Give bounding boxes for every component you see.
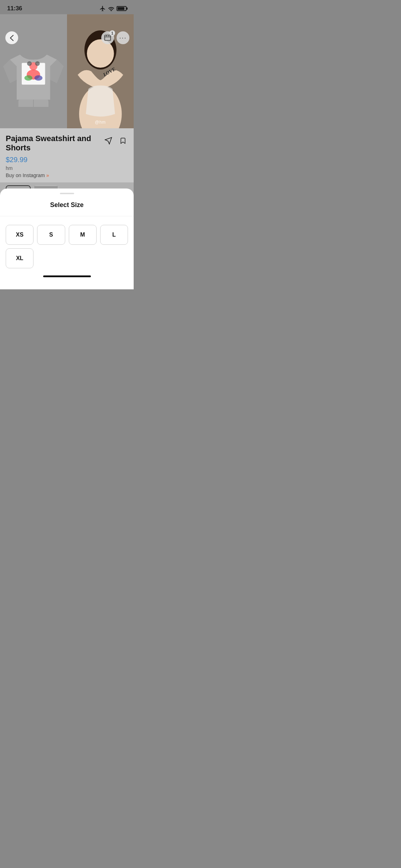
svg-point-4 (35, 61, 40, 66)
product-sweatshirt-illustration (0, 36, 67, 107)
svg-point-7 (35, 75, 43, 81)
bottom-sheet: Select Size XS S M L XL (0, 188, 134, 289)
size-xs-button[interactable]: XS (6, 225, 34, 245)
home-indicator (43, 275, 91, 277)
back-icon (10, 35, 14, 41)
wifi-icon (108, 6, 114, 11)
size-s-button[interactable]: S (37, 225, 65, 245)
airplane-icon (99, 5, 106, 12)
svg-rect-0 (105, 35, 111, 41)
instagram-watermark: @hm (95, 120, 106, 125)
status-bar: 11:36 (0, 0, 134, 14)
status-time: 11:36 (7, 5, 22, 12)
main-content: 1 ··· (0, 14, 134, 213)
product-title: Pajama Sweatshirt and Shorts (6, 134, 103, 153)
sheet-title: Select Size (0, 201, 134, 209)
share-button[interactable] (103, 135, 114, 147)
back-button[interactable] (5, 31, 18, 44)
more-button[interactable]: ··· (117, 31, 129, 44)
sheet-divider (0, 216, 134, 216)
sheet-handle (60, 193, 74, 194)
bookmark-icon (119, 137, 127, 145)
status-icons (99, 5, 127, 12)
buy-on-instagram-text: Buy on Instagram (6, 172, 45, 178)
svg-point-6 (24, 75, 32, 81)
product-price: $29.99 (6, 156, 128, 164)
bookmark-button[interactable] (118, 135, 128, 147)
size-m-button[interactable]: M (69, 225, 97, 245)
more-icon: ··· (119, 35, 127, 41)
product-brand: hm (6, 165, 128, 171)
size-xl-button[interactable]: XL (6, 248, 34, 268)
cart-badge: 1 (109, 30, 115, 36)
product-info: Pajama Sweatshirt and Shorts $29.99 hm B… (0, 128, 134, 182)
share-icon (104, 137, 112, 145)
action-icons (103, 135, 128, 147)
cart-button[interactable]: 1 (101, 31, 114, 44)
size-grid-row2: XL (0, 248, 134, 268)
svg-marker-15 (105, 138, 112, 144)
buy-on-instagram[interactable]: Buy on Instagram » (6, 172, 128, 178)
size-l-button[interactable]: L (100, 225, 128, 245)
battery-icon (117, 6, 127, 11)
buy-chevrons: » (46, 172, 49, 178)
size-grid-row1: XS S M L (0, 225, 134, 245)
svg-point-3 (27, 61, 32, 66)
